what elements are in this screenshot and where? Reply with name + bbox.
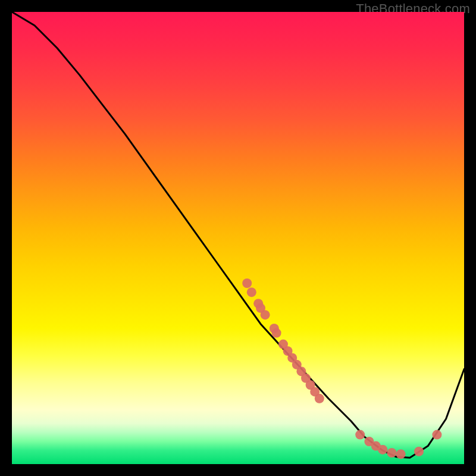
data-point: [396, 449, 406, 459]
data-point: [315, 394, 324, 403]
data-points: [242, 278, 441, 459]
data-point: [242, 278, 252, 288]
data-point: [378, 445, 387, 455]
data-point: [261, 310, 270, 320]
chart-frame: TheBottleneck.com: [0, 0, 476, 476]
main-curve: [12, 12, 464, 458]
data-point: [247, 287, 256, 297]
data-point: [272, 328, 281, 338]
data-point: [432, 430, 441, 440]
chart-svg: [12, 12, 464, 464]
data-point: [414, 447, 424, 456]
plot-area: [12, 12, 464, 464]
data-point: [387, 448, 396, 458]
data-point: [355, 430, 365, 440]
